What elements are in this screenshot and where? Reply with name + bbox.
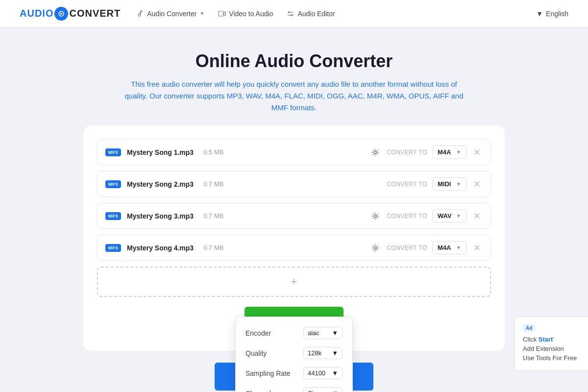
sampling-row: Sampling Rate 44100 ▼	[245, 367, 343, 379]
chevron-down-icon: ▼	[332, 349, 338, 357]
remove-file-button[interactable]: ✕	[471, 147, 483, 158]
chevron-down-icon: ▼	[456, 245, 461, 250]
format-select-button[interactable]: M4A ▼	[432, 146, 466, 159]
encoder-label: Encoder	[245, 329, 271, 337]
page-title: Online Audio Converter	[10, 51, 578, 72]
ad-link[interactable]: Start	[539, 336, 553, 343]
subtitle-audio: audio	[321, 80, 339, 88]
chevron-down-icon: ▼	[536, 10, 543, 18]
ad-tag: Ad	[523, 324, 535, 332]
file-type-badge: MP3	[105, 148, 121, 156]
logo-icon	[54, 7, 68, 21]
chevron-down-icon: ▼	[332, 369, 338, 377]
video-icon	[218, 10, 226, 18]
file-actions: CONVERT TO M4A ▼ ✕	[369, 146, 483, 159]
chevron-down-icon: ▼	[456, 149, 461, 155]
file-type-badge: MP3	[105, 180, 121, 188]
convert-to-label: CONVERT TO	[387, 181, 427, 188]
settings-button[interactable]	[369, 146, 382, 159]
nav-audio-converter-label: Audio Converter	[147, 10, 196, 18]
file-name: Mystery Song 4.mp3	[127, 244, 194, 252]
convert-to-label: CONVERT TO	[387, 213, 427, 220]
file-actions: CONVERT TO MIDI ▼ ✕	[387, 177, 483, 191]
file-size: 0.7 MB	[203, 212, 223, 220]
quality-value: 128k	[308, 349, 321, 357]
format-value: WAV	[438, 212, 452, 220]
file-size: 0.7 MB	[203, 180, 223, 188]
channel-value: Stereo	[308, 390, 326, 392]
svg-rect-1	[219, 11, 223, 16]
encoder-select[interactable]: alac ▼	[303, 327, 343, 339]
music-note-icon	[136, 10, 144, 18]
gear-icon	[371, 212, 380, 220]
format-value: M4A	[438, 244, 451, 251]
add-more-icon: +	[291, 275, 297, 288]
channel-label: Channel	[245, 390, 271, 392]
svg-point-4	[289, 11, 291, 13]
nav-audio-editor[interactable]: Audio Editor	[287, 10, 335, 18]
file-size: 0.7 MB	[203, 244, 223, 251]
convert-to-label: CONVERT TO	[387, 245, 427, 251]
ad-line-1: Click Start'	[523, 336, 588, 343]
svg-point-6	[374, 151, 376, 153]
remove-file-button[interactable]: ✕	[471, 211, 483, 221]
ad-banner: Ad ✕ Click Start' Add Extension Use Tool…	[514, 317, 588, 371]
settings-button[interactable]	[369, 242, 382, 254]
format-value: M4A	[438, 148, 451, 156]
convert-to-label: CONVERT TO	[387, 149, 427, 156]
file-row: MP3 Mystery Song 1.mp3 0.5 MB CONVERT TO…	[97, 139, 491, 165]
svg-point-5	[291, 14, 293, 16]
nav-audio-converter[interactable]: Audio Converter ▼	[136, 10, 204, 18]
remove-file-button[interactable]: ✕	[471, 179, 483, 190]
chevron-down-icon: ▼	[456, 213, 461, 219]
file-row: MP3 Mystery Song 4.mp3 0.7 MB CONVERT TO…	[97, 235, 491, 261]
nav-video-to-audio[interactable]: Video to Audio	[218, 10, 273, 18]
main-nav: Audio Converter ▼ Video to Audio Audio E…	[136, 10, 536, 18]
sampling-select[interactable]: 44100 ▼	[303, 367, 343, 379]
format-value: MIDI	[438, 180, 451, 188]
gear-icon	[371, 244, 380, 252]
remove-file-button[interactable]: ✕	[471, 243, 483, 253]
file-row: MP3 Mystery Song 2.mp3 0.7 MB CONVERT TO…	[97, 171, 491, 197]
ad-header: Ad ✕	[523, 324, 588, 332]
settings-popup: Encoder alac ▼ Quality 128k ▼ Sampling R…	[235, 317, 353, 392]
file-actions: CONVERT TO M4A ▼ ✕	[369, 241, 483, 254]
sampling-value: 44100	[308, 369, 325, 377]
language-selector[interactable]: ▼ English	[536, 10, 568, 18]
add-more-area[interactable]: +	[97, 267, 491, 297]
svg-point-8	[374, 246, 376, 249]
header: AUDIO CONVERT Audio Converter ▼ Video to…	[0, 0, 588, 27]
quality-label: Quality	[245, 349, 267, 357]
encoder-row: Encoder alac ▼	[245, 327, 343, 339]
format-select-button[interactable]: M4A ▼	[432, 241, 466, 254]
main-card: MP3 Mystery Song 1.mp3 0.5 MB CONVERT TO…	[83, 125, 505, 351]
file-actions: CONVERT TO WAV ▼ ✕	[369, 209, 483, 222]
file-type-badge: MP3	[105, 212, 121, 220]
hero-section: Online Audio Converter This free audio c…	[0, 27, 588, 125]
format-select-button[interactable]: WAV ▼	[432, 209, 466, 222]
quality-row: Quality 128k ▼	[245, 347, 343, 359]
format-select-button[interactable]: MIDI ▼	[432, 177, 466, 191]
settings-button[interactable]	[369, 210, 382, 222]
language-label: English	[546, 10, 568, 18]
chevron-down-icon: ▼	[332, 329, 338, 337]
logo-convert-text: CONVERT	[69, 8, 121, 19]
hero-subtitle: This free audio converter will help you …	[122, 78, 466, 114]
ad-line-3: Use Tools For Free	[523, 354, 588, 362]
sliders-icon	[287, 10, 294, 18]
file-row: MP3 Mystery Song 3.mp3 0.7 MB CONVERT TO…	[97, 203, 491, 229]
nav-audio-editor-label: Audio Editor	[297, 10, 335, 18]
subtitle-before: This free audio converter will help you …	[131, 80, 321, 88]
ad-text-1b: '	[553, 336, 554, 343]
file-name: Mystery Song 2.mp3	[127, 180, 194, 188]
file-type-badge: MP3	[105, 244, 121, 252]
channel-select[interactable]: Stereo ▼	[303, 387, 343, 392]
gear-icon	[371, 148, 380, 157]
quality-select[interactable]: 128k ▼	[303, 347, 343, 359]
logo[interactable]: AUDIO CONVERT	[20, 7, 121, 21]
svg-point-7	[374, 215, 376, 217]
ad-line-2: Add Extension	[523, 345, 588, 352]
channel-row: Channel Stereo ▼	[245, 387, 343, 392]
encoder-value: alac	[308, 329, 319, 337]
file-size: 0.5 MB	[203, 148, 223, 156]
